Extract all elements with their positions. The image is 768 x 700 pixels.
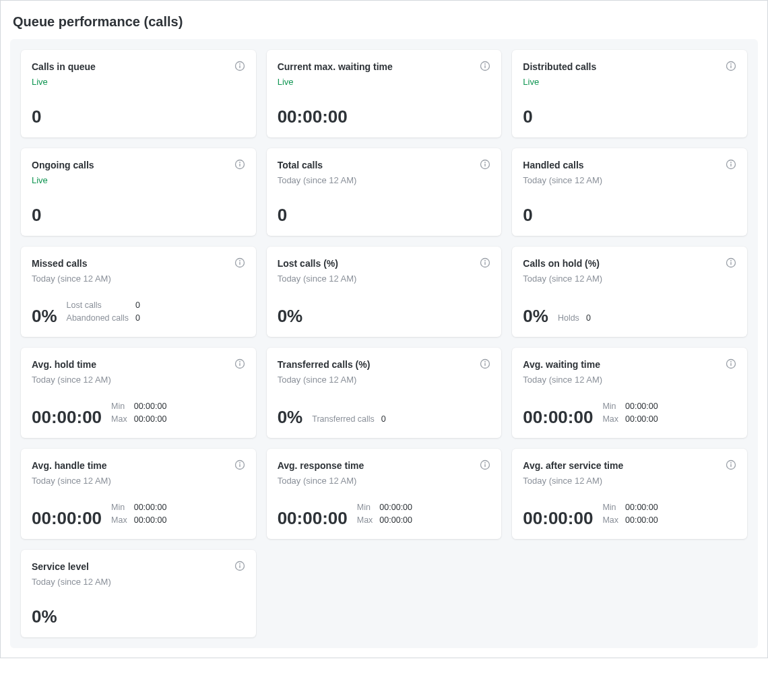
queue-performance-panel: Queue performance (calls) Calls in queue… (0, 0, 768, 658)
card-subtitle: Live (278, 77, 393, 87)
card-subtitle: Today (since 12 AM) (32, 577, 111, 587)
info-icon[interactable] (726, 61, 736, 71)
card-subtitle: Today (since 12 AM) (523, 274, 602, 284)
card-subtitle: Today (since 12 AM) (523, 175, 602, 185)
sub-stats: Transferred calls 0 (312, 414, 386, 426)
max-label: Max (357, 515, 373, 526)
info-icon[interactable] (726, 459, 736, 470)
card-subtitle: Today (since 12 AM) (278, 274, 357, 284)
holds-value: 0 (586, 313, 591, 324)
card-ongoing-calls: Ongoing calls Live 0 (21, 148, 256, 236)
info-icon[interactable] (234, 358, 245, 369)
card-title: Avg. after service time (523, 459, 623, 472)
max-label: Max (602, 414, 618, 425)
card-subtitle: Today (since 12 AM) (278, 175, 357, 185)
card-value: 0 (523, 206, 532, 224)
max-label: Max (111, 414, 127, 425)
card-value: 0 (32, 108, 41, 125)
min-label: Min (602, 401, 618, 412)
sub-stats: Lost calls 0 Abandoned calls 0 (67, 300, 140, 325)
card-service-level: Service level Today (since 12 AM) 0% (21, 550, 256, 637)
page-title: Queue performance (calls) (13, 14, 758, 30)
max-value: 00:00:00 (625, 414, 658, 425)
info-icon[interactable] (234, 561, 245, 571)
card-subtitle: Today (since 12 AM) (278, 375, 371, 385)
min-label: Min (602, 502, 618, 513)
cards-panel: Calls in queue Live 0 Current max. waiti… (10, 39, 758, 648)
card-avg-handle-time: Avg. handle time Today (since 12 AM) 00:… (21, 449, 256, 539)
card-calls-in-queue: Calls in queue Live 0 (21, 50, 256, 137)
info-icon[interactable] (726, 257, 736, 268)
card-subtitle: Today (since 12 AM) (278, 476, 364, 486)
card-value: 0% (523, 307, 548, 325)
card-title: Transferred calls (%) (278, 358, 371, 371)
info-icon[interactable] (234, 159, 245, 170)
info-icon[interactable] (480, 61, 490, 71)
card-current-max-waiting-time: Current max. waiting time Live 00:00:00 (267, 50, 502, 137)
max-value: 00:00:00 (379, 515, 412, 526)
card-subtitle: Today (since 12 AM) (32, 375, 111, 385)
info-icon[interactable] (726, 159, 736, 170)
sub-stats: Min 00:00:00 Max 00:00:00 (602, 502, 658, 527)
card-value: 00:00:00 (523, 408, 593, 426)
max-value: 00:00:00 (134, 414, 167, 425)
lost-calls-label: Lost calls (67, 300, 129, 311)
card-title: Service level (32, 561, 111, 573)
card-value: 0 (32, 206, 41, 224)
card-value: 00:00:00 (523, 509, 593, 527)
info-icon[interactable] (480, 159, 490, 170)
card-title: Missed calls (32, 257, 111, 269)
card-subtitle: Today (since 12 AM) (32, 476, 111, 486)
min-value: 00:00:00 (625, 502, 658, 513)
card-title: Avg. handle time (32, 459, 111, 472)
card-subtitle: Live (32, 175, 94, 185)
card-title: Calls in queue (32, 61, 96, 73)
card-title: Avg. response time (278, 459, 364, 472)
card-subtitle: Today (since 12 AM) (32, 274, 111, 284)
info-icon[interactable] (480, 358, 490, 369)
card-value: 0 (278, 206, 287, 224)
cards-grid: Calls in queue Live 0 Current max. waiti… (21, 50, 747, 637)
abandoned-calls-label: Abandoned calls (67, 313, 129, 324)
card-title: Avg. hold time (32, 358, 111, 371)
card-title: Handled calls (523, 159, 602, 171)
card-lost-calls-pct: Lost calls (%) Today (since 12 AM) 0% (267, 247, 502, 337)
info-icon[interactable] (726, 358, 736, 369)
info-icon[interactable] (234, 257, 245, 268)
info-icon[interactable] (480, 459, 490, 470)
max-value: 00:00:00 (625, 515, 658, 526)
min-label: Min (111, 401, 127, 412)
card-title: Lost calls (%) (278, 257, 357, 269)
max-value: 00:00:00 (134, 515, 167, 526)
sub-stats: Min 00:00:00 Max 00:00:00 (357, 502, 412, 527)
max-label: Max (602, 515, 618, 526)
card-avg-hold-time: Avg. hold time Today (since 12 AM) 00:00… (21, 348, 256, 438)
sub-stats: Holds 0 (558, 313, 591, 325)
card-value: 0% (278, 408, 303, 426)
lost-calls-value: 0 (135, 300, 140, 311)
min-value: 00:00:00 (134, 502, 167, 513)
sub-stats: Min 00:00:00 Max 00:00:00 (602, 401, 658, 426)
info-icon[interactable] (480, 257, 490, 268)
card-title: Calls on hold (%) (523, 257, 602, 269)
transferred-calls-label: Transferred calls (312, 414, 375, 425)
card-title: Distributed calls (523, 61, 596, 73)
sub-stats: Min 00:00:00 Max 00:00:00 (111, 502, 166, 527)
card-subtitle: Live (32, 77, 96, 87)
min-label: Min (111, 502, 127, 513)
min-value: 00:00:00 (134, 401, 167, 412)
abandoned-calls-value: 0 (135, 313, 140, 324)
card-value: 00:00:00 (32, 408, 102, 426)
card-calls-on-hold-pct: Calls on hold (%) Today (since 12 AM) 0%… (512, 247, 747, 337)
card-title: Avg. waiting time (523, 358, 602, 371)
card-total-calls: Total calls Today (since 12 AM) 0 (267, 148, 502, 236)
info-icon[interactable] (234, 459, 245, 470)
info-icon[interactable] (234, 61, 245, 71)
card-missed-calls: Missed calls Today (since 12 AM) 0% Lost… (21, 247, 256, 337)
card-avg-waiting-time: Avg. waiting time Today (since 12 AM) 00… (512, 348, 747, 438)
card-value: 0% (278, 307, 303, 325)
holds-label: Holds (558, 313, 579, 324)
card-transferred-calls-pct: Transferred calls (%) Today (since 12 AM… (267, 348, 502, 438)
card-value: 0% (32, 307, 57, 325)
card-title: Ongoing calls (32, 159, 94, 171)
